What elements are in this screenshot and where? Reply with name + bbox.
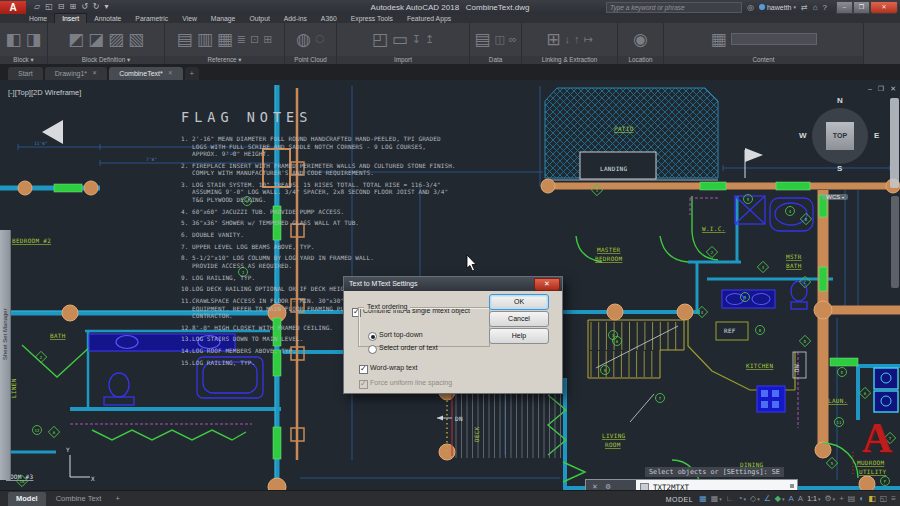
tab-close-icon[interactable]: ✕ [168,67,173,80]
update-fields-icon[interactable]: ▤ [474,29,490,50]
set-location-icon[interactable]: ◉ [633,29,648,50]
annotation-scale[interactable]: 1:1▾ [807,493,820,505]
customize-command-icon[interactable]: ⚙ [605,483,611,490]
design-center-icon[interactable]: ▦ [710,29,726,50]
qat-plot-icon[interactable]: ⊞ [69,2,76,12]
clean-screen-icon[interactable]: ◱ [880,493,888,505]
chevron-down-icon[interactable]: ▾ [757,493,760,505]
close-button[interactable]: ✕ [870,1,898,14]
navigation-bar[interactable] [890,98,899,188]
chevron-down-icon[interactable]: ▾ [743,493,746,505]
command-line[interactable]: ✕ ⚙ TXT2MTXT [585,479,798,490]
select-order-label[interactable]: Select order of text [379,344,438,351]
viewcube-top-face[interactable]: TOP [826,122,854,150]
create-block-icon[interactable]: ◩ [68,29,84,50]
ribbon-tab-annotate[interactable]: Annotate [87,14,128,23]
dialog-title-bar[interactable]: Text to MText Settings ✕ [344,277,562,291]
panel-label-block[interactable]: Block ▾ [0,56,47,64]
qat-save-icon[interactable]: ⊟ [58,2,65,12]
isometric-drafting-icon[interactable]: ◇▾ [750,493,760,505]
drawing-minimize-button[interactable]: – [868,85,872,93]
define-attributes-icon[interactable]: ◪ [88,29,104,50]
search-go-icon[interactable]: ◎ [747,3,754,12]
qat-dropdown-icon[interactable]: ▾ [105,2,109,12]
underlay-layers-icon[interactable]: ≣ [237,33,246,46]
model-space-indicator[interactable]: MODEL [666,496,693,503]
panel-label-location[interactable]: Location [618,56,663,64]
viewcube[interactable]: TOP N S W E WCS ▾ [802,98,878,174]
ok-button[interactable]: OK [489,294,549,310]
viewcube-wcs-menu[interactable]: WCS ▾ [822,194,848,200]
help-icon[interactable]: ? [823,3,827,12]
customization-icon[interactable]: ≡ [891,493,896,505]
sheet-set-manager-palette[interactable]: Sheet Set Manager [0,230,11,480]
viewcube-north[interactable]: N [837,96,843,105]
panel-label-reference[interactable]: Reference ▾ [165,56,284,64]
recap-icon[interactable]: ◍ [296,29,311,50]
extract-data-icon[interactable]: ↦ [584,33,593,46]
panel-label-point-cloud[interactable]: Point Cloud [285,56,336,64]
drawing-close-button[interactable]: ✕ [890,85,896,93]
snap-mode-icon[interactable]: ▦▾ [711,493,722,505]
ribbon-tab-featured-apps[interactable]: Featured Apps [400,14,458,23]
panel-label-import[interactable]: Import [337,56,469,64]
ribbon-tab-home[interactable]: Home [22,14,54,23]
dialog-close-button[interactable]: ✕ [534,278,560,291]
chevron-down-icon[interactable]: ▾ [782,493,785,505]
new-layout-button[interactable]: + [111,492,123,506]
new-drawing-tab-button[interactable]: + [185,67,199,80]
download-source-icon[interactable]: ↓ [565,33,571,45]
word-wrap-checkbox[interactable] [359,365,368,374]
adjust-icon[interactable]: ▦ [217,29,233,50]
polar-tracking-icon[interactable]: ◔▾ [738,493,746,505]
insert-block-icon[interactable]: ◧ [5,29,21,50]
recognition-settings-icon[interactable]: ↥ [425,33,434,46]
ortho-icon[interactable]: ∟ [726,493,734,505]
attach-icon[interactable]: ▤ [177,29,193,50]
grid-icon[interactable]: ▦ [699,493,707,505]
hyperlink-icon[interactable]: ∞ [509,33,517,45]
autoscale-icon[interactable]: A [798,493,803,505]
block-editor-icon[interactable]: ▧ [128,29,144,50]
qat-undo-icon[interactable]: ↺ [81,2,88,12]
qat-redo-icon[interactable]: ↻ [93,2,100,12]
minimize-button[interactable]: – [836,1,853,14]
chevron-down-icon[interactable]: ▾ [818,493,821,505]
tab-close-icon[interactable]: ✕ [92,67,97,80]
command-grip-icon[interactable] [790,484,794,488]
panel-label-linking-extraction[interactable]: Linking & Extraction [522,56,617,64]
workspace-icon[interactable]: ⚙▾ [824,493,835,505]
viewcube-east[interactable]: E [874,131,879,140]
edit-attribute-icon[interactable]: ◨ [26,29,42,50]
manage-attributes-icon[interactable]: ▨ [108,29,124,50]
restore-button[interactable]: ❐ [853,1,870,14]
graphics-performance-icon[interactable]: ◧ [868,493,876,505]
clip-icon[interactable]: ▥ [197,29,213,50]
viewcube-west[interactable]: W [799,131,807,140]
import-file-icon[interactable]: ▭ [392,29,408,50]
frames-icon[interactable]: ⊡ [250,33,259,46]
scrollbar-thumb[interactable] [891,196,899,288]
object-snap-tracking-icon[interactable]: ∠ [764,493,771,505]
ribbon-tab-output[interactable]: Output [242,14,276,23]
stay-connected-icon[interactable]: ⌂ [813,3,818,12]
panel-label-block-definition[interactable]: Block Definition ▾ [48,56,164,64]
file-tab-combinetext[interactable]: CombineText*✕ [109,67,183,80]
signin-user[interactable]: hawetth ▾ [759,4,796,11]
cancel-button[interactable]: Cancel [489,311,549,327]
layout-tab-model[interactable]: Model [8,492,46,506]
sort-top-down-radio[interactable] [368,332,377,341]
isolate-objects-icon[interactable]: ◐ [859,493,864,505]
annotation-monitor-icon[interactable]: + [839,493,844,505]
drawing-restore-button[interactable]: ❐ [878,85,884,93]
ribbon-tab-view[interactable]: View [175,14,204,23]
upload-source-icon[interactable]: ↑ [574,33,580,45]
viewcube-south[interactable]: S [837,164,842,173]
ribbon-tab-manage[interactable]: Manage [204,14,243,23]
ribbon-tab-a360[interactable]: A360 [314,14,344,23]
object-snap-icon[interactable]: ◆▾ [775,493,785,505]
sort-top-down-label[interactable]: Sort top-down [379,331,423,338]
panel-label-data[interactable]: Data [470,56,521,64]
snap-to-underlays-icon[interactable]: ⊞ [263,33,272,46]
drawing-canvas[interactable]: BEDROOM #2BATHLINENROOM #3MASTERBEDROOMW… [0,80,900,490]
